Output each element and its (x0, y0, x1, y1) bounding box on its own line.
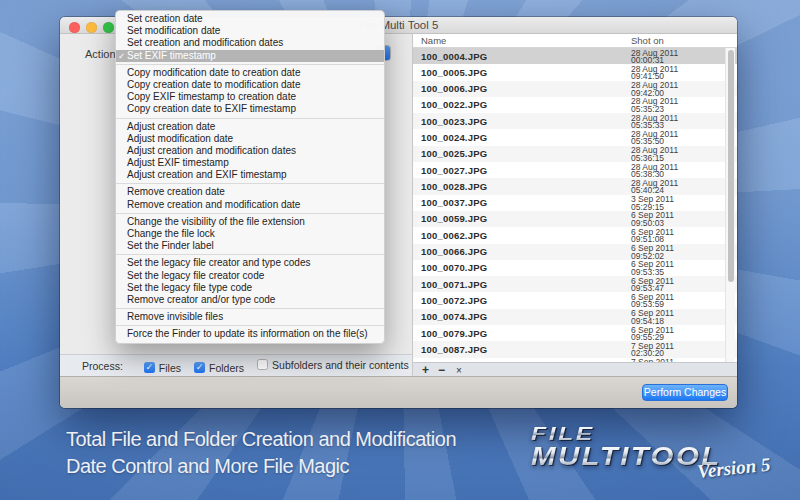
tagline-line1: Total File and Folder Creation and Modif… (66, 426, 456, 453)
file-name: 100_0066.JPG (421, 246, 487, 257)
table-row[interactable]: 100_0066.JPG6 Sep 201109:52:02 (413, 244, 737, 260)
table-row[interactable]: 100_0037.JPG3 Sep 201105:29:15 (413, 195, 737, 211)
shot-on-value: 28 Aug 201105:38:30 (631, 164, 678, 179)
shot-on-value: 6 Sep 201109:53:59 (631, 294, 674, 309)
menu-item[interactable]: Set the legacy file creator code (116, 270, 384, 282)
menu-item[interactable]: Remove creation and modification date (116, 199, 384, 211)
menu-item[interactable]: Set modification date (116, 25, 384, 37)
menu-item[interactable]: Adjust creation and EXIF timestamp (116, 169, 384, 181)
file-table-body: 100_0004.JPG28 Aug 201100:00:31100_0005.… (413, 48, 737, 363)
table-row[interactable]: 100_0062.JPG6 Sep 201109:51:08 (413, 227, 737, 243)
menu-item[interactable]: Copy modification date to creation date (116, 67, 384, 79)
scrollbar-thumb[interactable] (728, 50, 734, 282)
product-logo: FILE MULTITOOL Version 5 (531, 423, 771, 488)
menu-item[interactable]: Adjust creation date (116, 121, 384, 133)
menu-item-label: Copy EXIF timestamp to creation date (127, 91, 296, 102)
shot-on-value: 28 Aug 201100:00:31 (631, 50, 678, 65)
menu-item-label: Copy creation date to modification date (127, 79, 300, 90)
table-header: Name Shot on (413, 34, 737, 48)
file-name: 100_0072.JPG (421, 295, 487, 306)
process-option[interactable]: ✓Files (144, 362, 181, 374)
list-toolbar: + − × (413, 362, 737, 377)
remove-files-button[interactable]: − (438, 364, 445, 377)
perform-changes-button[interactable]: Perform Changes (642, 384, 728, 401)
menu-item[interactable]: Set the Finder label (116, 240, 384, 252)
menu-item[interactable]: Copy creation date to modification date (116, 79, 384, 91)
menu-item[interactable]: Remove creation date (116, 186, 384, 198)
table-row[interactable]: 100_0024.JPG28 Aug 201105:35:50 (413, 129, 737, 145)
menu-item[interactable]: Change the file lock (116, 228, 384, 240)
table-row[interactable]: 100_0071.JPG6 Sep 201109:53:47 (413, 276, 737, 292)
table-row[interactable]: 100_0087.JPG7 Sep 201102:30:20 (413, 341, 737, 357)
shot-on-value: 6 Sep 201109:53:35 (631, 261, 674, 276)
table-row[interactable]: 100_0070.JPG6 Sep 201109:53:35 (413, 260, 737, 276)
menu-item[interactable]: Set the legacy file creator and type cod… (116, 257, 384, 269)
file-name: 100_0074.JPG (421, 311, 487, 322)
table-row[interactable]: 100_0028.JPG28 Aug 201105:40:24 (413, 178, 737, 194)
table-row[interactable]: 100_0022.JPG28 Aug 201105:35:23 (413, 97, 737, 113)
table-row[interactable]: 100_0025.JPG28 Aug 201105:36:15 (413, 146, 737, 162)
vertical-scrollbar[interactable] (725, 48, 735, 362)
menu-item-label: Remove creator and/or type code (127, 294, 275, 305)
menu-item-label: Adjust EXIF timestamp (127, 157, 229, 168)
table-row[interactable]: 100_0072.JPG6 Sep 201109:53:59 (413, 292, 737, 308)
menu-item[interactable]: Copy creation date to EXIF timestamp (116, 103, 384, 115)
menu-item[interactable]: Remove invisible files (116, 311, 384, 323)
menu-item-label: Adjust creation and EXIF timestamp (127, 169, 287, 180)
menu-item[interactable]: Adjust creation and modification dates (116, 145, 384, 157)
shot-on-value: 28 Aug 201105:35:33 (631, 115, 678, 130)
menu-item[interactable]: Force the Finder to update its informati… (116, 328, 384, 340)
file-name: 100_0028.JPG (421, 181, 487, 192)
table-row[interactable]: 100_0079.JPG6 Sep 201109:55:29 (413, 325, 737, 341)
menu-item[interactable]: Set the legacy file type code (116, 282, 384, 294)
menu-item[interactable]: ✓Set EXIF timestamp (116, 50, 384, 62)
file-name: 100_0070.JPG (421, 262, 487, 273)
menu-item[interactable]: Adjust EXIF timestamp (116, 157, 384, 169)
column-header-name[interactable]: Name (421, 34, 446, 47)
menu-item[interactable]: Set creation and modification dates (116, 37, 384, 49)
shot-on-value: 7 Sep 201102:30:20 (631, 343, 674, 358)
process-option[interactable]: ✓Folders (194, 362, 244, 374)
menu-separator (116, 213, 384, 214)
add-files-button[interactable]: + (422, 364, 429, 377)
menu-item-label: Set the Finder label (127, 240, 214, 251)
process-bar: Process: ✓Files✓FoldersSubfolders and th… (60, 354, 412, 377)
menu-item-label: Set EXIF timestamp (127, 50, 216, 61)
table-row[interactable]: 100_0006.JPG28 Aug 201109:42:00 (413, 81, 737, 97)
menu-item[interactable]: Copy EXIF timestamp to creation date (116, 91, 384, 103)
shot-on-value: 28 Aug 201109:41:50 (631, 66, 678, 81)
table-row[interactable]: 100_0004.JPG28 Aug 201100:00:31 (413, 48, 737, 64)
menu-separator (116, 118, 384, 119)
table-row[interactable]: 100_0005.JPG28 Aug 201109:41:50 (413, 64, 737, 80)
shot-on-value: 6 Sep 201109:53:47 (631, 278, 674, 293)
menu-item[interactable]: Adjust modification date (116, 133, 384, 145)
checkbox-checked[interactable]: ✓ (144, 362, 155, 373)
menu-item[interactable]: Set creation date (116, 13, 384, 25)
file-name: 100_0079.JPG (421, 328, 487, 339)
process-option-label: Subfolders and their contents (272, 359, 409, 371)
process-option[interactable]: Subfolders and their contents (257, 359, 409, 371)
marketing-tagline: Total File and Folder Creation and Modif… (66, 426, 456, 480)
process-options: ✓Files✓FoldersSubfolders and their conte… (123, 359, 409, 374)
table-row[interactable]: 100_0059.JPG6 Sep 201109:50:03 (413, 211, 737, 227)
shot-on-value: 28 Aug 201105:35:23 (631, 98, 678, 113)
process-option-label: Folders (209, 362, 244, 374)
menu-item-label: Remove invisible files (127, 311, 223, 322)
table-row[interactable]: 100_0074.JPG6 Sep 201109:54:18 (413, 309, 737, 325)
menu-item-label: Adjust creation date (127, 121, 215, 132)
process-option-label: Files (159, 362, 181, 374)
menu-item[interactable]: Change the visibility of the file extens… (116, 216, 384, 228)
shot-on-value: 6 Sep 201109:52:02 (631, 245, 674, 260)
menu-separator (116, 64, 384, 65)
menu-item-label: Copy modification date to creation date (127, 67, 300, 78)
file-name: 100_0006.JPG (421, 83, 487, 94)
action-label: Action: (85, 48, 119, 60)
table-row[interactable]: 100_0027.JPG28 Aug 201105:38:30 (413, 162, 737, 178)
column-header-shot-on[interactable]: Shot on (631, 34, 664, 47)
clear-files-button[interactable]: × (456, 364, 462, 377)
table-row[interactable]: 100_0023.JPG28 Aug 201105:35:33 (413, 113, 737, 129)
file-name: 100_0024.JPG (421, 132, 487, 143)
checkbox-checked[interactable]: ✓ (194, 362, 205, 373)
menu-item[interactable]: Remove creator and/or type code (116, 294, 384, 306)
checkbox-unchecked[interactable] (257, 359, 268, 370)
